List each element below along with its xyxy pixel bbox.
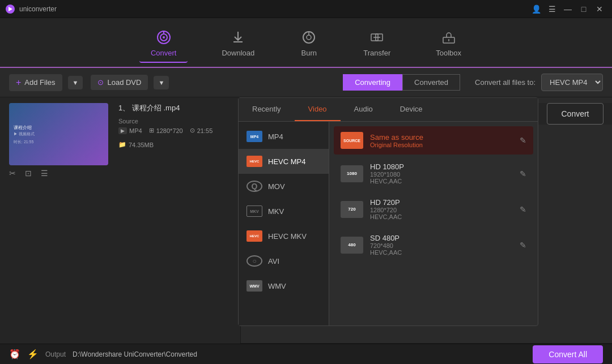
quality-same-as-source[interactable]: SOURCE Same as source Original Resolutio… xyxy=(334,126,533,155)
download-nav-icon xyxy=(229,28,247,46)
titlebar: uniconverter 👤 ☰ — □ ✕ xyxy=(0,0,612,18)
maximize-btn[interactable]: □ xyxy=(577,3,590,15)
quality-720-name: HD 720P xyxy=(370,198,513,207)
convert-nav-icon xyxy=(155,28,173,46)
hevc-mkv-label: HEVC MKV xyxy=(268,232,307,241)
source-label: Source xyxy=(118,118,231,125)
output-label: Output xyxy=(45,350,66,358)
format-tab-recently[interactable]: Recently xyxy=(239,98,295,121)
avi-label: AVI xyxy=(268,257,279,265)
combined-file-info: 课程介绍 ▶ 视频格式 时长: 21:55 1、 课程介绍 .mp4 Sourc… xyxy=(0,97,240,165)
sd480-icon: 480 xyxy=(341,237,363,254)
source-dur-val: 21:55 xyxy=(197,127,213,134)
close-btn[interactable]: ✕ xyxy=(593,3,606,15)
settings-icon[interactable]: ☰ xyxy=(41,169,48,178)
format-tab-audio[interactable]: Audio xyxy=(341,98,386,121)
quality-480-res1: 720*480 xyxy=(370,242,513,249)
source-size-icon: 📁 xyxy=(118,141,126,148)
load-dvd-button[interactable]: ⊙ Load DVD xyxy=(91,75,148,90)
nav-toolbox-label: Toolbox xyxy=(436,49,461,57)
load-dvd-icon: ⊙ xyxy=(97,78,104,87)
source-meta: ▶ MP4 ⊞ 1280*720 ⊙ 21:55 📁 xyxy=(118,127,231,148)
quality-720-res1: 1280*720 xyxy=(370,207,513,213)
format-tab-video[interactable]: Video xyxy=(295,98,341,121)
format-mkv[interactable]: MKV MKV xyxy=(239,199,329,224)
quality-same-name: Same as source xyxy=(370,133,513,142)
hevc-mkv-icon: HEVC xyxy=(246,230,262,242)
nav-burn[interactable]: Burn xyxy=(288,24,329,62)
tab-converted[interactable]: Converted xyxy=(402,74,460,91)
quality-720-res2: HEVC,AAC xyxy=(370,213,513,220)
mp4-icon: MP4 xyxy=(246,131,262,142)
clock-icon[interactable]: ⏰ xyxy=(9,349,20,359)
hevc-mp4-icon: HEVC xyxy=(246,156,262,167)
format-avi[interactable]: ○ AVI xyxy=(239,249,329,273)
add-files-button[interactable]: + Add Files xyxy=(9,74,62,91)
preview-panel: 课程介绍 ▶ 视频格式 时长: 21:55 1、 课程介绍 .mp4 Sourc… xyxy=(0,97,241,344)
load-dvd-dropdown[interactable]: ▼ xyxy=(154,76,169,89)
svg-point-8 xyxy=(307,35,311,40)
quality-720-edit-icon[interactable]: ✎ xyxy=(520,205,526,214)
thumb-overlay: 课程介绍 ▶ 视频格式 时长: 21:55 xyxy=(9,103,108,165)
format-hevc-mkv[interactable]: HEVC HEVC MKV xyxy=(239,224,329,249)
quality-same-edit-icon[interactable]: ✎ xyxy=(520,136,526,145)
source-res: ⊞ 1280*720 xyxy=(149,127,183,134)
format-mp4[interactable]: MP4 MP4 xyxy=(239,124,329,149)
hevc-mp4-label: HEVC MP4 xyxy=(268,157,305,166)
avi-icon: ○ xyxy=(246,255,262,267)
file-source-name: 课程介绍 .mp4 xyxy=(132,104,180,112)
convert-all-button[interactable]: Convert All xyxy=(533,345,603,363)
convert-button[interactable]: Convert xyxy=(547,103,603,125)
quality-480-res2: HEVC,AAC xyxy=(370,249,513,256)
format-tabs: Recently Video Audio Device xyxy=(239,98,538,122)
quality-sd480[interactable]: 480 SD 480P 720*480 HEVC,AAC ✎ xyxy=(334,228,533,262)
nav-transfer-label: Transfer xyxy=(363,49,390,57)
format-panel: Recently Video Audio Device MP4 MP4 xyxy=(238,97,538,326)
scissors-icon[interactable]: ✂ xyxy=(9,169,16,178)
mov-icon: Q xyxy=(246,181,262,192)
transfer-nav-icon xyxy=(368,28,386,46)
nav-transfer[interactable]: Transfer xyxy=(352,24,402,62)
titlebar-left: uniconverter xyxy=(6,5,57,14)
user-icon-btn[interactable]: 👤 xyxy=(529,3,543,15)
crop-icon[interactable]: ⊡ xyxy=(25,169,32,178)
format-mov[interactable]: Q MOV xyxy=(239,174,329,199)
add-files-dropdown[interactable]: ▼ xyxy=(68,76,83,89)
quality-480-label: SD 480P 720*480 HEVC,AAC xyxy=(370,234,513,256)
format-wmv[interactable]: WMV WMV xyxy=(239,273,329,298)
scissors-bar: ✂ ⊡ ☰ xyxy=(0,165,240,181)
thumb-sub-1: ▶ 视频格式 xyxy=(14,131,35,137)
wmv-label: WMV xyxy=(268,282,286,290)
format-hevc-mp4[interactable]: HEVC HEVC MP4 xyxy=(239,149,329,174)
plus-icon: + xyxy=(16,78,21,88)
menu-icon-btn[interactable]: ☰ xyxy=(545,3,559,15)
nav-download-label: Download xyxy=(222,49,254,57)
source-format-icon: ▶ xyxy=(118,127,127,134)
app-logo xyxy=(6,5,15,14)
quality-480-edit-icon[interactable]: ✎ xyxy=(520,241,526,250)
quality-hd720[interactable]: 720 HD 720P 1280*720 HEVC,AAC ✎ xyxy=(334,192,533,226)
mp4-label: MP4 xyxy=(268,132,283,141)
hd1080-icon: 1080 xyxy=(341,165,363,182)
bolt-icon[interactable]: ⚡ xyxy=(27,349,39,359)
mkv-icon: MKV xyxy=(246,205,262,217)
nav-convert[interactable]: Convert xyxy=(139,24,188,63)
format-select[interactable]: HEVC MP4 xyxy=(541,74,603,91)
quality-1080-edit-icon[interactable]: ✎ xyxy=(520,169,526,178)
source-res-val: 1280*720 xyxy=(156,127,183,134)
nav-toolbox[interactable]: Toolbox xyxy=(424,24,473,62)
format-list: MP4 MP4 HEVC HEVC MP4 Q MOV MKV MKV xyxy=(239,122,329,326)
navbar: Convert Download Burn xyxy=(0,18,612,68)
thumbnail: 课程介绍 ▶ 视频格式 时长: 21:55 xyxy=(9,103,108,165)
mov-label: MOV xyxy=(268,182,285,191)
format-tab-device[interactable]: Device xyxy=(386,98,436,121)
quality-720-label: HD 720P 1280*720 HEVC,AAC xyxy=(370,198,513,220)
tab-converting[interactable]: Converting xyxy=(343,74,402,91)
nav-download[interactable]: Download xyxy=(210,24,266,62)
minimize-btn[interactable]: — xyxy=(561,3,575,15)
source-size: 📁 74.35MB xyxy=(118,141,154,148)
toolbar: + Add Files ▼ ⊙ Load DVD ▼ Converting Co… xyxy=(0,68,612,97)
quality-list: SOURCE Same as source Original Resolutio… xyxy=(329,122,538,326)
quality-hd1080[interactable]: 1080 HD 1080P 1920*1080 HEVC,AAC ✎ xyxy=(334,157,533,190)
quality-same-label: Same as source Original Resolution xyxy=(370,133,513,148)
